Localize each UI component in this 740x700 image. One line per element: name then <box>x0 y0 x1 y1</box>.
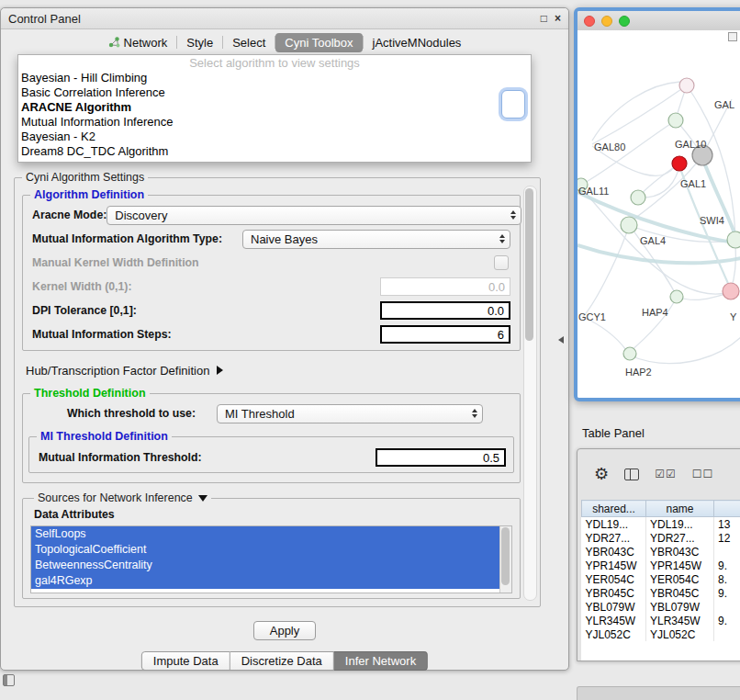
network-node[interactable] <box>670 290 683 303</box>
network-node[interactable] <box>631 190 645 205</box>
network-node[interactable] <box>623 347 636 360</box>
network-node[interactable] <box>723 283 739 299</box>
sources-group-title[interactable]: Sources for Network Inference <box>34 491 211 504</box>
hub-definition-label: Hub/Transcription Factor Definition <box>26 364 209 378</box>
select-all-icon[interactable]: ☑☑ <box>655 468 677 480</box>
apply-button[interactable]: Apply <box>253 621 316 640</box>
canvas-corner-button[interactable] <box>728 32 737 41</box>
table-row[interactable]: YDL19...YDL19...13 <box>582 517 740 532</box>
attribute-list-item[interactable]: TopologicalCoefficient <box>31 542 500 558</box>
table-row[interactable]: YBL079WYBL079W <box>582 600 740 614</box>
algorithm-option[interactable]: ARACNE Algorithm <box>18 100 531 115</box>
algorithm-dropdown-popup: Select algorithm to view settings Bayesi… <box>17 54 532 163</box>
column-header-name[interactable]: name <box>646 501 714 517</box>
mi-steps-label: Mutual Information Steps: <box>32 328 172 341</box>
table-cell: 9. <box>714 614 740 627</box>
network-canvas-svg: GAL80GAL10GAL11GAL1SWI4GAL4GCY1HAP4HAP2G… <box>577 30 740 401</box>
table-row[interactable]: YJL052CYJL052C <box>582 627 740 641</box>
focused-stepper-control[interactable] <box>501 90 525 119</box>
table-cell: 13 <box>714 517 740 532</box>
mi-threshold-field[interactable] <box>376 448 506 467</box>
close-traffic-light-icon[interactable] <box>584 16 595 27</box>
collapse-down-icon[interactable] <box>198 495 207 502</box>
expand-right-icon[interactable] <box>217 366 223 375</box>
table-cell: 8. <box>714 572 740 586</box>
tab-impute-data[interactable]: Impute Data <box>141 651 230 671</box>
attributes-list-scrollbar[interactable] <box>499 526 511 593</box>
manual-kernel-width-checkbox[interactable] <box>494 255 509 270</box>
algorithm-option[interactable]: Mutual Information Inference <box>18 115 531 130</box>
attribute-list-item[interactable]: BetweennessCentrality <box>31 558 500 573</box>
data-attributes-list[interactable]: SelfLoopsTopologicalCoefficientBetweenne… <box>30 525 512 593</box>
cyni-algorithm-settings-group: Cyni Algorithm Settings Algorithm Defini… <box>14 177 541 607</box>
table-row[interactable]: YPR145WYPR145W9. <box>582 559 740 572</box>
table-cell <box>714 627 740 641</box>
mi-steps-field[interactable] <box>380 325 510 344</box>
tab-jactivemodules[interactable]: jActiveMNodules <box>364 33 471 52</box>
network-node[interactable] <box>668 113 683 128</box>
algorithm-option[interactable]: Bayesian - K2 <box>18 130 531 144</box>
combo-arrows-icon <box>492 234 505 243</box>
kernel-width-field[interactable] <box>380 277 510 296</box>
algorithm-option[interactable]: Dream8 DC_TDC Algorithm <box>18 144 531 159</box>
attribute-list-item[interactable]: SelfLoops <box>31 526 500 542</box>
table-cell: YDL19... <box>582 517 646 532</box>
kernel-width-label: Kernel Width (0,1): <box>32 280 132 293</box>
deselect-all-icon[interactable]: ☐☐ <box>692 468 714 480</box>
table-row[interactable]: YBR045CYBR045C9. <box>582 586 740 600</box>
float-window-icon[interactable]: □ <box>541 12 547 25</box>
algorithm-option[interactable]: Basic Correlation Inference <box>18 85 531 100</box>
control-panel-window: Control Panel □ × Network Style Select C… <box>0 7 569 671</box>
gear-icon[interactable]: ⚙ <box>594 466 609 482</box>
mi-type-select[interactable]: Naive Bayes <box>242 230 510 249</box>
node-table[interactable]: shared... name YDL19...YDL19...13YDR27..… <box>581 500 740 660</box>
table-row[interactable]: YDR27...YDR27...12 <box>582 531 740 545</box>
network-node[interactable] <box>679 78 694 93</box>
tab-cyni-toolbox[interactable]: Cyni Toolbox <box>275 33 362 52</box>
hub-definition-section[interactable]: Hub/Transcription Factor Definition <box>26 362 519 378</box>
table-row[interactable]: YER054CYER054C8. <box>582 572 740 586</box>
aracne-mode-label: Aracne Mode: <box>32 209 107 221</box>
dpi-tolerance-field[interactable] <box>380 301 510 320</box>
table-row[interactable]: YBR043CYBR043C <box>582 545 740 559</box>
show-columns-icon[interactable] <box>624 469 639 480</box>
settings-scrollbar[interactable] <box>523 186 537 601</box>
column-header-partial[interactable] <box>714 501 740 517</box>
threshold-definition-group: Threshold Definition Which threshold to … <box>22 393 521 483</box>
aracne-mode-select[interactable]: Discovery <box>107 206 521 225</box>
table-cell: YDR27... <box>582 531 646 545</box>
settings-scrollbar-thumb[interactable] <box>525 188 533 341</box>
tab-select[interactable]: Select <box>223 33 275 52</box>
table-panel-window: ⚙ ☑☑ ☐☐ shared... name YDL19...YDL19...1… <box>577 448 740 661</box>
network-canvas[interactable]: GAL80GAL10GAL11GAL1SWI4GAL4GCY1HAP4HAP2G… <box>577 30 740 398</box>
network-node-label: HAP4 <box>642 307 668 318</box>
data-attributes-label: Data Attributes <box>34 508 512 521</box>
table-cell: YBL079W <box>646 600 714 614</box>
tab-network[interactable]: Network <box>99 33 177 52</box>
algorithm-definition-title: Algorithm Definition <box>30 188 148 201</box>
attributes-scrollbar-thumb[interactable] <box>501 527 510 585</box>
manual-kernel-width-label: Manual Kernel Width Definition <box>32 256 199 269</box>
zoom-traffic-light-icon[interactable] <box>619 16 630 27</box>
table-cell: YPR145W <box>582 559 646 572</box>
tab-discretize-data[interactable]: Discretize Data <box>230 651 334 671</box>
column-header-shared-name[interactable]: shared... <box>582 501 646 517</box>
table-cell <box>714 545 740 559</box>
tab-infer-network[interactable]: Infer Network <box>334 651 428 671</box>
minimize-traffic-light-icon[interactable] <box>601 16 612 27</box>
panel-dock-icon[interactable] <box>3 674 15 686</box>
table-cell: YBR043C <box>582 545 646 559</box>
table-cell: YBR045C <box>582 586 646 600</box>
which-threshold-value: MI Threshold <box>225 407 295 421</box>
attribute-list-item[interactable]: gal4RGexp <box>31 573 500 589</box>
close-icon[interactable]: × <box>555 12 561 25</box>
network-node[interactable] <box>621 217 637 233</box>
table-cell: 12 <box>714 531 740 545</box>
network-node[interactable] <box>672 156 687 171</box>
algorithm-option[interactable]: Bayesian - Hill Climbing <box>18 71 531 85</box>
network-node[interactable] <box>727 231 740 248</box>
splitpane-collapse-icon[interactable] <box>558 336 564 344</box>
tab-style[interactable]: Style <box>177 33 222 52</box>
which-threshold-select[interactable]: MI Threshold <box>217 404 483 423</box>
table-row[interactable]: YLR345WYLR345W9. <box>582 614 740 627</box>
